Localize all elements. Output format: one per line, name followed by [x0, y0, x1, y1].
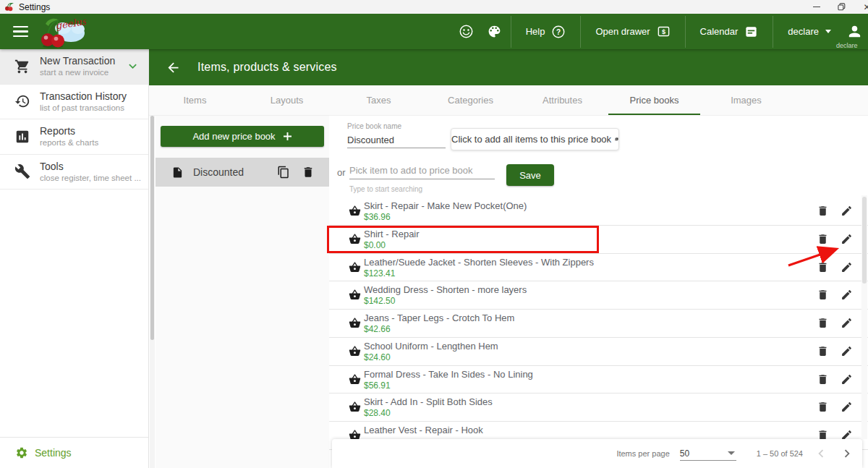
user-menu-button[interactable]: declare [775, 14, 843, 49]
page-size-select[interactable]: 50 [680, 447, 736, 461]
edit-item-icon[interactable] [841, 373, 853, 386]
restore-icon[interactable] [829, 0, 854, 14]
pencil-icon [841, 205, 853, 217]
tab-taxes[interactable]: Taxes [333, 85, 425, 115]
pick-item-input[interactable] [349, 162, 495, 179]
trash-icon [817, 205, 829, 217]
duplicate-price-book-icon[interactable] [277, 166, 290, 179]
sidebar-item-reports[interactable]: Reports reports & charts [0, 119, 148, 155]
basket-icon [349, 233, 361, 245]
tab-attributes[interactable]: Attributes [516, 85, 608, 115]
delete-item-icon[interactable] [817, 345, 829, 357]
edit-item-icon[interactable] [841, 233, 853, 245]
price-book-name-input[interactable] [347, 132, 446, 148]
item-name: Leather/Suede Jacket - Shorten Sleeves -… [364, 257, 594, 268]
file-icon [171, 166, 184, 179]
pencil-icon [841, 261, 853, 273]
edit-item-icon[interactable] [841, 345, 853, 357]
tab-images[interactable]: Images [700, 85, 792, 115]
separator [685, 16, 686, 48]
edit-item-icon[interactable] [841, 289, 853, 301]
tab-price-books[interactable]: Price books [608, 85, 700, 115]
tab-layouts[interactable]: Layouts [241, 85, 333, 115]
basket-icon [349, 261, 361, 273]
smiley-icon[interactable] [452, 24, 480, 39]
add-price-book-button[interactable]: Add new price book [161, 126, 324, 147]
basket-icon [349, 289, 361, 301]
app-cherry-icon [4, 2, 14, 12]
basket-icon [349, 205, 361, 217]
item-name: Skirt - Add In - Split Both Sides [364, 396, 493, 407]
edit-item-icon[interactable] [841, 261, 853, 273]
settings-window: { "colors": { "primary_green": "#2e6b1e"… [0, 0, 868, 468]
pencil-icon [841, 233, 853, 245]
next-page-icon[interactable] [839, 446, 862, 461]
basket-icon [349, 317, 361, 329]
tab-items[interactable]: Items [149, 85, 241, 115]
scrollbar-thumb[interactable] [150, 116, 154, 340]
trash-icon [817, 345, 829, 357]
help-icon: ? [551, 25, 566, 39]
price-book-item-row: Skirt - Repair - Make New Pocket(One) $3… [329, 197, 868, 226]
price-book-item-row: Shirt - Repair $0.00 [329, 226, 868, 254]
scrollbar-thumb[interactable] [862, 197, 867, 284]
open-drawer-button[interactable]: Open drawer $ [583, 14, 682, 49]
price-book-item-row: Formal Dress - Take In Sides - No Lining… [329, 366, 868, 394]
list-scrollbar[interactable] [861, 195, 867, 439]
trash-icon [817, 317, 829, 329]
edit-item-icon[interactable] [841, 205, 853, 217]
sidebar-item-sublabel: start a new invoice [40, 67, 115, 77]
geelus-logo: geelus [38, 15, 86, 48]
gear-icon [15, 446, 28, 459]
save-button[interactable]: Save [506, 164, 554, 186]
chevron-down-icon [125, 59, 140, 74]
minimize-icon[interactable] [804, 0, 829, 14]
sidebar-item-new-transaction[interactable]: New Transaction start a new invoice [0, 49, 148, 85]
previous-page-icon[interactable] [813, 446, 829, 461]
sidebar-item-text: Reports reports & charts [40, 125, 98, 148]
avatar[interactable]: declare [846, 14, 868, 49]
basket-icon [349, 205, 361, 217]
close-icon[interactable]: ✕ [854, 0, 868, 14]
hamburger-menu-icon[interactable] [13, 26, 29, 38]
delete-item-icon[interactable] [817, 317, 829, 329]
cart-icon [14, 59, 30, 75]
help-label: Help [526, 26, 545, 37]
palette-icon[interactable] [480, 24, 509, 39]
price-book-items-list: Skirt - Repair - Make New Pocket(One) $3… [329, 197, 868, 468]
delete-item-icon[interactable] [817, 233, 829, 245]
price-book-row[interactable]: Discounted [156, 158, 329, 187]
sidebar-item-settings[interactable]: Settings [0, 437, 148, 468]
tab-categories[interactable]: Categories [425, 85, 516, 115]
pencil-icon [841, 373, 853, 386]
plus-icon [283, 132, 292, 141]
price-book-item-row: Jeans - Taper Legs - Crotch To Hem $42.6… [329, 310, 868, 338]
history-icon [14, 93, 30, 109]
tab-bar: ItemsLayoutsTaxesCategoriesAttributesPri… [149, 85, 868, 116]
delete-item-icon[interactable] [817, 261, 829, 273]
separator [580, 16, 581, 48]
basket-icon [349, 401, 361, 413]
delete-item-icon[interactable] [817, 205, 829, 217]
add-all-items-button[interactable]: Click to add all items to this price boo… [451, 128, 619, 150]
edit-item-icon[interactable] [841, 401, 853, 413]
item-name: Jeans - Taper Legs - Crotch To Hem [364, 312, 514, 323]
trash-icon [817, 261, 829, 273]
delete-item-icon[interactable] [817, 401, 829, 413]
sidebar-item-sublabel: list of past transactions [40, 103, 127, 113]
price-book-name-label: Price book name [347, 122, 401, 130]
sidebar-item-transaction-history[interactable]: Transaction History list of past transac… [0, 85, 148, 120]
wrench-icon [14, 163, 30, 179]
item-price: $24.60 [364, 352, 391, 362]
sidebar-scrollbar[interactable] [150, 116, 155, 468]
edit-item-icon[interactable] [841, 317, 853, 329]
main-content: Price book name Click to add all items t… [329, 116, 868, 468]
delete-price-book-icon[interactable] [302, 166, 315, 179]
help-button[interactable]: Help ? [514, 14, 579, 49]
delete-item-icon[interactable] [817, 373, 829, 386]
add-price-book-label: Add new price book [192, 131, 275, 142]
calendar-button[interactable]: Calendar [688, 14, 771, 49]
sidebar-item-tools[interactable]: Tools close register, time sheet ... [0, 155, 148, 190]
back-arrow-icon[interactable] [166, 60, 181, 75]
delete-item-icon[interactable] [817, 289, 829, 301]
